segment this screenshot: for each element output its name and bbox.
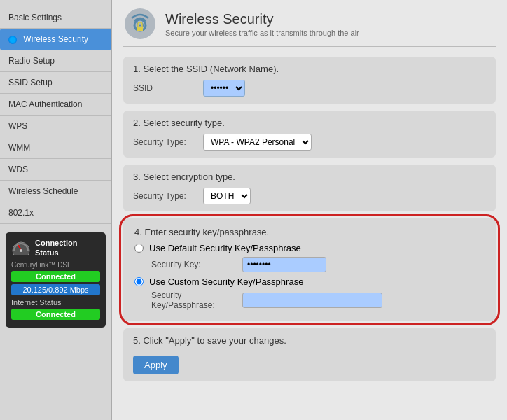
svg-rect-7 — [137, 27, 143, 31]
security-type-label: Security Type: — [133, 137, 196, 147]
section-5-title: 5. Click "Apply" to save your changes. — [133, 335, 486, 346]
page-header: Wireless Security Secure your wireless t… — [123, 7, 496, 47]
connection-status-panel: Connection Status CenturyLink™ DSL Conne… — [6, 232, 106, 328]
sidebar-item-radio-setup[interactable]: Radio Setup — [0, 50, 111, 72]
section-1-title: 1. Select the SSID (Network Name). — [133, 64, 486, 74]
page-subtitle: Secure your wireless traffic as it trans… — [165, 29, 359, 37]
default-key-label[interactable]: Use Default Security Key/Passphrase — [149, 243, 301, 253]
sidebar: Basic Settings Wireless Security Radio S… — [0, 0, 112, 420]
svg-point-6 — [139, 24, 141, 27]
section-3-encryption: 3. Select encryption type. Security Type… — [123, 164, 496, 211]
svg-point-3 — [125, 8, 155, 39]
ssid-select[interactable]: •••••• — [203, 80, 245, 97]
internet-connected-badge: Connected — [11, 309, 100, 320]
sidebar-item-802-1x[interactable]: 802.1x — [0, 202, 111, 224]
section-5-apply: 5. Click "Apply" to save your changes. A… — [123, 328, 496, 382]
sidebar-item-wds[interactable]: WDS — [0, 159, 111, 181]
speed-badge: 20.125/0.892 Mbps — [11, 284, 100, 295]
wireless-security-icon — [123, 7, 157, 41]
sidebar-item-wmm[interactable]: WMM — [0, 137, 111, 159]
radio-default-key[interactable] — [134, 244, 144, 253]
section-1-ssid: 1. Select the SSID (Network Name). SSID … — [123, 57, 496, 104]
security-type-select[interactable]: WPA - WPA2 Personal WPA Personal WPA2 Pe… — [203, 134, 312, 150]
encryption-select[interactable]: BOTH TKIP AES — [203, 188, 251, 204]
passphrase-input[interactable] — [242, 293, 382, 308]
sidebar-item-wireless-security[interactable]: Wireless Security — [0, 29, 111, 50]
security-key-input[interactable] — [242, 257, 326, 272]
status-badge-connected: Connected — [11, 271, 100, 282]
section-3-title: 3. Select encryption type. — [133, 172, 486, 182]
section-4-title: 4. Enter security key/passphrase. — [134, 227, 485, 237]
sidebar-item-basic-settings[interactable]: Basic Settings — [0, 7, 111, 29]
sidebar-item-ssid-setup[interactable]: SSID Setup — [0, 72, 111, 94]
page-title: Wireless Security — [165, 11, 359, 27]
internet-status-label: Internet Status — [11, 298, 100, 307]
custom-key-label[interactable]: Use Custom Security Key/Passphrase — [149, 276, 303, 287]
section-2-title: 2. Select security type. — [133, 118, 486, 128]
section-4-key: 4. Enter security key/passphrase. Use De… — [123, 218, 496, 321]
apply-button[interactable]: Apply — [133, 356, 179, 374]
security-key-label: Security Key: — [151, 260, 235, 270]
speedometer-icon — [11, 241, 31, 255]
connection-title: Connection Status — [35, 238, 78, 258]
radio-custom-key[interactable] — [134, 277, 144, 286]
sidebar-item-wireless-schedule[interactable]: Wireless Schedule — [0, 181, 111, 202]
sidebar-item-mac-auth[interactable]: MAC Authentication — [0, 94, 111, 115]
svg-point-2 — [20, 249, 22, 252]
main-content: Wireless Security Secure your wireless t… — [112, 0, 507, 420]
section-2-security-type: 2. Select security type. Security Type: … — [123, 111, 496, 158]
ssid-label: SSID — [133, 83, 196, 93]
encryption-label: Security Type: — [133, 191, 196, 201]
passphrase-label: Security Key/Passphrase: — [151, 290, 235, 310]
isp-label: CenturyLink™ DSL — [11, 261, 100, 269]
sidebar-item-wps[interactable]: WPS — [0, 115, 111, 137]
